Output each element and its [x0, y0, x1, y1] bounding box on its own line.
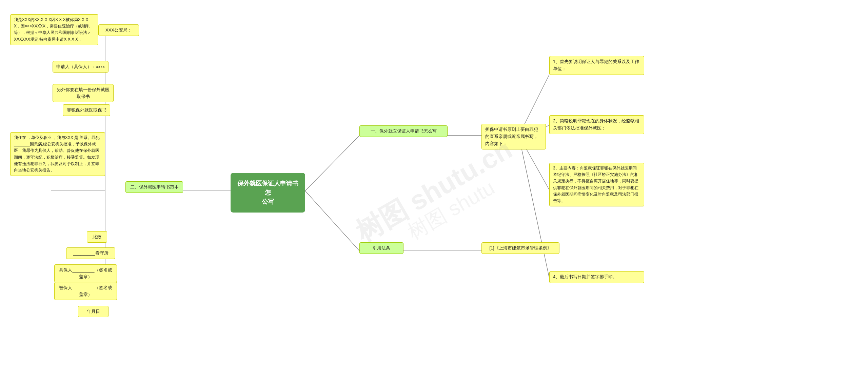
- node-n15: 3、主要内容：向监狱保证罪犯在保外就医期间遵纪守法、严格按照《社区矫正实施办法》…: [549, 163, 644, 206]
- node-n9: 具保人_________（签名或盖章）: [54, 264, 117, 282]
- node-n1: 我是XXX的XX,X X X因X X X被你局X X X X，因×××XXXXX…: [10, 14, 98, 45]
- node-n3: 申请人（具保人）：xxxx: [53, 61, 108, 73]
- node-n10: 被保人_________（签名或盖章）: [54, 282, 117, 300]
- center-node: 保外就医保证人申请书怎公写: [231, 173, 305, 213]
- right-branch1-node: 一、保外就医保证人申请书怎么写: [359, 125, 448, 137]
- node-n7: 此致: [87, 231, 107, 243]
- svg-line-22: [519, 136, 549, 278]
- node-n2: XXX公安局：: [98, 24, 139, 36]
- watermark-text2: 树图 shutu: [403, 174, 500, 246]
- node-n8: _________看守所: [66, 247, 115, 259]
- node-n11: 年月日: [78, 306, 108, 317]
- node-n17: [1]《上海市建筑市场管理条例》: [481, 242, 559, 254]
- node-n6: 我住在 ，单位及职业 ，我与XXX 是 关系。罪犯_______因患病,经公安机…: [10, 132, 105, 176]
- node-n16: 4、最后书写日期并签字摁手印。: [549, 271, 644, 283]
- node-n12: 担保申请书原则上要由罪犯的直系亲属或近亲属书写，内容如下：: [481, 124, 546, 149]
- node-n13: 1、首先要说明保证人与罪犯的关系以及工作单位；: [549, 56, 644, 75]
- node-n14: 2、简略说明罪犯现在的身体状况，经监狱相关部门依法批准保外就医；: [549, 115, 644, 134]
- svg-line-16: [305, 136, 359, 191]
- left-branch-node: 二、保外就医申请书范本: [125, 181, 183, 193]
- svg-line-17: [305, 191, 359, 251]
- right-branch2-node: 引用法条: [359, 242, 403, 254]
- node-n5: 罪犯保外就医取保书: [63, 104, 110, 116]
- node-n4: 另外你要在填一份保外就医取保书: [53, 84, 114, 102]
